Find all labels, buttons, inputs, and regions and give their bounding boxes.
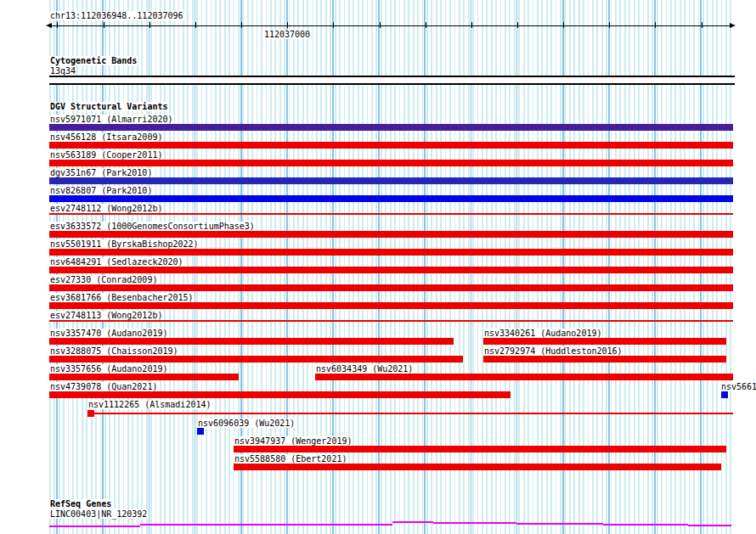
ruler-tick [195, 22, 196, 28]
gene-track-line [603, 524, 688, 526]
region-title: chr13:112036948..112037096 [49, 11, 184, 20]
variant-label[interactable]: nsv826807 (Park2010) [49, 186, 153, 195]
ruler-tick [655, 22, 656, 28]
variant-label[interactable]: nsv3947937 (Wenger2019) [234, 436, 353, 446]
variant-label[interactable]: nsv6034349 (Wu2021) [315, 364, 414, 374]
variant-bar[interactable] [49, 249, 733, 256]
variant-label[interactable]: nsv5971071 (Almarri2020) [49, 115, 174, 124]
variant-bar[interactable] [49, 356, 463, 363]
gene-track-line [516, 523, 603, 525]
variant-bar[interactable] [49, 302, 733, 309]
variant-label[interactable]: nsv5501911 (ByrskaBishop2022) [49, 239, 200, 249]
ruler-position-label: 112037000 [263, 30, 311, 39]
track-separator-gap [49, 77, 735, 83]
variant-label[interactable]: nsv3357470 (Audano2019) [49, 329, 168, 338]
cytogenetic-bands-header: Cytogenetic Bands [49, 56, 138, 65]
variant-label[interactable]: nsv6096039 (Wu2021) [197, 419, 296, 428]
ruler-tick [380, 22, 381, 28]
gene-track-line [688, 525, 731, 526]
variant-bar[interactable] [197, 428, 204, 435]
variant-label[interactable]: nsv563189 (Cooper2011) [49, 150, 163, 160]
variant-bar[interactable] [49, 195, 733, 202]
variant-bar[interactable] [49, 142, 733, 149]
variant-bar[interactable] [49, 231, 733, 238]
variant-bar[interactable] [49, 267, 733, 273]
ruler-tick [426, 22, 426, 28]
variant-bar[interactable] [94, 413, 733, 414]
variant-bar[interactable] [483, 356, 726, 363]
variant-label[interactable]: esv3633572 (1000GenomesConsortiumPhase3) [49, 222, 256, 231]
variant-label[interactable]: esv2748113 (Wong2012b) [49, 311, 163, 320]
gene-track-line [140, 524, 392, 526]
variant-label[interactable]: nsv3357656 (Audano2019) [49, 364, 168, 374]
variant-bar[interactable] [49, 391, 511, 398]
variant-bar[interactable] [234, 446, 726, 452]
variant-bar[interactable] [49, 213, 733, 215]
variant-label[interactable]: esv3681766 (Besenbacher2015) [49, 293, 195, 302]
variant-label[interactable]: dgv351n67 (Park2010) [49, 168, 153, 177]
ruler-tick [471, 22, 472, 28]
ruler-tick [287, 22, 288, 28]
variant-bar[interactable] [87, 410, 94, 417]
variant-label[interactable]: nsv3340261 (Audano2019) [483, 329, 602, 338]
track-separator [49, 83, 735, 85]
ruler-tick [609, 22, 610, 28]
variant-bar[interactable] [315, 374, 733, 380]
ruler-tick [241, 22, 242, 28]
dgv-header: DGV Structural Variants [49, 102, 168, 111]
variant-bar[interactable] [49, 177, 733, 184]
variant-label[interactable]: nsv5588580 (Ebert2021) [234, 454, 347, 464]
ruler-left-arrow-icon [46, 23, 52, 28]
variant-bar[interactable] [49, 124, 733, 131]
variant-label[interactable]: nsv6484291 (Sedlazeck2020) [49, 257, 184, 267]
ruler-tick [702, 22, 702, 28]
genome-browser-canvas: chr13:112036948..112037096 112037000 Cyt… [0, 0, 756, 534]
variant-bar[interactable] [234, 464, 721, 470]
variant-bar[interactable] [721, 391, 728, 398]
cytoband-label[interactable]: 13q34 [49, 66, 76, 76]
gene-track-line [49, 526, 140, 527]
variant-label[interactable]: nsv4739078 (Quan2021) [49, 382, 158, 391]
variant-bar[interactable] [49, 160, 733, 166]
variant-bar[interactable] [483, 338, 726, 345]
variant-bar[interactable] [49, 374, 239, 380]
gene-label[interactable]: LINC00403|NR_120392 [49, 509, 148, 519]
variant-label[interactable]: nsv5661 [720, 382, 756, 391]
variant-bar[interactable] [49, 338, 454, 345]
ruler-right-arrow-icon [730, 23, 736, 28]
gene-track-line [433, 522, 516, 524]
ruler-line [49, 25, 732, 26]
variant-bar[interactable] [49, 320, 733, 322]
variant-label[interactable]: nsv456128 (Itsara2009) [49, 132, 163, 142]
variant-label[interactable]: esv27330 (Conrad2009) [49, 275, 158, 284]
variant-label[interactable]: esv2748112 (Wong2012b) [49, 204, 163, 213]
variant-label[interactable]: nsv1112265 (Alsmadi2014) [87, 400, 212, 409]
variant-label[interactable]: nsv2792974 (Huddleston2016) [483, 346, 623, 356]
ruler-tick [517, 22, 518, 28]
refseq-header: RefSeq Genes [49, 499, 112, 509]
ruler-tick [104, 22, 104, 28]
ruler-tick [150, 22, 150, 28]
ruler-tick [563, 22, 564, 28]
variant-label[interactable]: nsv3288075 (Chaisson2019) [49, 346, 179, 356]
gene-track-line [392, 521, 433, 523]
ruler-tick [333, 22, 334, 28]
ruler-tick [57, 22, 58, 28]
variant-bar[interactable] [49, 284, 733, 291]
